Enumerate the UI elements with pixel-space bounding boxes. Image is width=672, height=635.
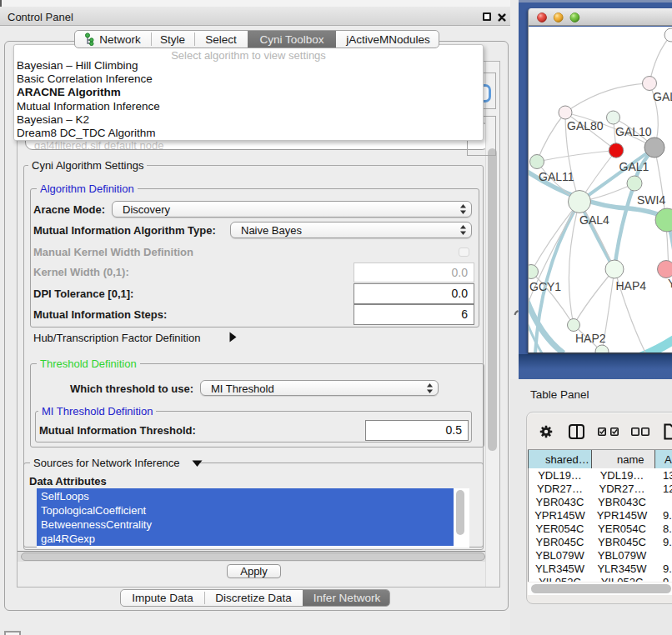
svg-text:GCY1: GCY1: [529, 280, 561, 293]
svg-text:HAP2: HAP2: [575, 332, 606, 345]
svg-text:GAL4: GAL4: [579, 213, 609, 227]
svg-text:GAL80: GAL80: [567, 119, 604, 132]
svg-text:GAL11: GAL11: [539, 170, 574, 183]
svg-text:Y: Y: [668, 277, 672, 290]
svg-text:SWI4: SWI4: [637, 193, 665, 207]
svg-text:GAL10: GAL10: [615, 125, 652, 138]
svg-text:HAP4: HAP4: [616, 279, 647, 292]
svg-text:GAL1: GAL1: [619, 160, 649, 173]
svg-text:GAL2: GAL2: [653, 90, 672, 103]
